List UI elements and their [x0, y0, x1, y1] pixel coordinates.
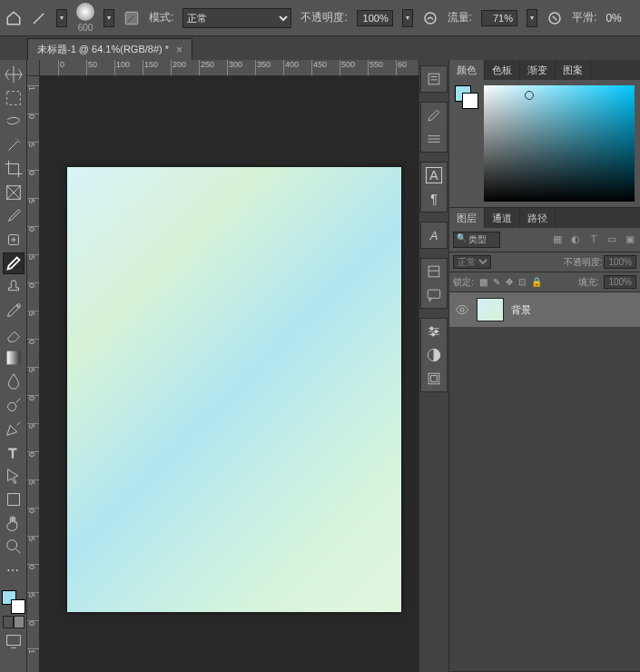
layer-thumbnail[interactable]	[477, 298, 504, 321]
filter-adjust-icon[interactable]: ◐	[569, 233, 582, 246]
lock-all-icon[interactable]: 🔒	[531, 277, 542, 287]
magic-wand-tool[interactable]	[3, 134, 25, 156]
svg-point-11	[6, 540, 16, 550]
flow-chevron[interactable]: ▾	[527, 9, 537, 27]
opacity-value[interactable]: 100%	[357, 10, 393, 26]
airbrush-icon[interactable]	[546, 10, 563, 26]
lock-paint-icon[interactable]: ✎	[493, 277, 500, 287]
screen-mode-icon[interactable]	[3, 630, 25, 652]
tab-paths[interactable]: 路径	[520, 208, 556, 228]
horizontal-ruler[interactable]: 05010015020025030035040045050055060	[27, 60, 418, 76]
brush-tool[interactable]	[3, 252, 25, 274]
brush-settings-icon[interactable]	[123, 10, 140, 26]
tab-color[interactable]: 颜色	[449, 60, 485, 80]
brushes-panel-icon[interactable]	[425, 106, 443, 124]
tab-swatches[interactable]: 色板	[485, 60, 520, 80]
visibility-eye-icon[interactable]	[455, 302, 469, 317]
more-tools-icon[interactable]: ⋯	[3, 559, 25, 581]
color-picker-field[interactable]	[484, 85, 635, 202]
type-tool[interactable]: T	[3, 441, 25, 463]
opacity-label: 不透明度:	[300, 10, 347, 25]
comments-panel-icon[interactable]	[425, 286, 443, 304]
adjust-sliders-icon[interactable]	[425, 322, 443, 341]
ruler-tick: 0	[27, 114, 39, 119]
fg-bg-swatches[interactable]	[2, 590, 25, 614]
blend-mode-select[interactable]: 正常	[182, 8, 291, 28]
close-tab-icon[interactable]: ×	[176, 44, 182, 56]
layer-type-filter[interactable]: 类型	[453, 232, 500, 248]
layers-lock-row: 锁定: ▩ ✎ ✥ ⊡ 🔒 填充: 100%	[449, 272, 640, 292]
brush-preview[interactable]: 600	[76, 3, 94, 33]
layer-blend-mode-select[interactable]: 正常	[453, 255, 491, 269]
properties-panel-icon[interactable]	[425, 262, 443, 281]
ruler-tick: 5	[27, 479, 39, 485]
brush-settings-panel-icon[interactable]	[425, 130, 443, 148]
lock-position-icon[interactable]: ✥	[506, 277, 513, 287]
svg-point-8	[7, 402, 15, 410]
filter-smart-icon[interactable]: ▣	[624, 233, 636, 246]
brush-tool-icon[interactable]	[31, 10, 47, 26]
glyphs-panel-icon[interactable]: A	[425, 226, 443, 244]
path-select-tool[interactable]	[3, 465, 25, 487]
stamp-tool[interactable]	[3, 276, 25, 298]
fill-value[interactable]: 100%	[604, 275, 636, 289]
ruler-tick: 5	[27, 536, 39, 541]
dodge-tool[interactable]	[3, 394, 25, 416]
marquee-tool[interactable]	[3, 87, 25, 109]
lock-artboard-icon[interactable]: ⊡	[518, 277, 526, 287]
pressure-opacity-icon[interactable]	[422, 10, 438, 26]
layer-name[interactable]: 背景	[511, 303, 531, 317]
eyedropper-tool[interactable]	[3, 205, 25, 227]
document-tab[interactable]: 未标题-1 @ 64.1%(RGB/8#) * ×	[27, 38, 192, 60]
paragraph-panel-icon[interactable]: ¶	[425, 190, 443, 208]
color-bg-swatch[interactable]	[462, 93, 478, 109]
quickmask-toggle[interactable]	[3, 616, 25, 628]
tool-preset-chevron[interactable]: ▾	[56, 9, 67, 27]
blur-tool[interactable]	[3, 371, 25, 392]
ruler-tick: 0	[27, 508, 39, 513]
filter-image-icon[interactable]: ▦	[551, 233, 564, 246]
ruler-tick: 5	[27, 592, 39, 598]
layer-opacity-label: 不透明度:	[564, 256, 603, 269]
gradient-tool[interactable]	[3, 347, 25, 369]
background-swatch[interactable]	[11, 599, 25, 614]
crop-tool[interactable]	[3, 158, 25, 180]
lasso-tool[interactable]	[3, 111, 25, 133]
hand-tool[interactable]	[3, 512, 25, 534]
svg-rect-10	[7, 494, 19, 506]
vertical-ruler[interactable]: 105050505050505050501	[27, 76, 40, 672]
brush-preset-chevron[interactable]: ▾	[103, 9, 114, 27]
libraries-panel-icon[interactable]	[425, 370, 443, 388]
canvas-stage[interactable]	[40, 76, 418, 672]
tab-channels[interactable]: 通道	[485, 208, 520, 228]
document-canvas[interactable]	[67, 167, 401, 612]
history-panel-icon[interactable]	[425, 70, 443, 88]
flow-value[interactable]: 71%	[481, 10, 517, 26]
tab-layers[interactable]: 图层	[449, 208, 485, 228]
smooth-value[interactable]: 0%	[606, 12, 621, 25]
tab-patterns[interactable]: 图案	[556, 60, 591, 80]
pen-tool[interactable]	[3, 418, 25, 440]
ruler-tick: 0	[27, 620, 39, 626]
ruler-tick: 0	[27, 170, 39, 175]
frame-tool[interactable]	[3, 182, 25, 203]
lock-label: 锁定:	[453, 276, 474, 289]
zoom-tool[interactable]	[3, 536, 25, 558]
filter-shape-icon[interactable]: ▭	[606, 233, 618, 246]
layer-row-background[interactable]: 背景	[449, 292, 640, 327]
healing-tool[interactable]	[3, 229, 25, 251]
color-panel-swatches[interactable]	[455, 85, 478, 109]
history-brush-tool[interactable]	[3, 300, 25, 321]
character-panel-icon[interactable]: A	[425, 166, 443, 184]
lock-pixels-icon[interactable]: ▩	[479, 277, 487, 287]
filter-type-icon[interactable]: T	[587, 233, 600, 246]
move-tool[interactable]	[3, 64, 25, 85]
eraser-tool[interactable]	[3, 323, 25, 345]
layer-opacity-value[interactable]: 100%	[604, 255, 636, 269]
home-icon[interactable]	[5, 10, 22, 26]
adjustments-panel-icon[interactable]	[425, 346, 443, 364]
opacity-chevron[interactable]: ▾	[402, 9, 413, 27]
shape-tool[interactable]	[3, 489, 25, 510]
document-tab-title: 未标题-1 @ 64.1%(RGB/8#) *	[37, 43, 169, 56]
tab-gradients[interactable]: 渐变	[520, 60, 556, 80]
